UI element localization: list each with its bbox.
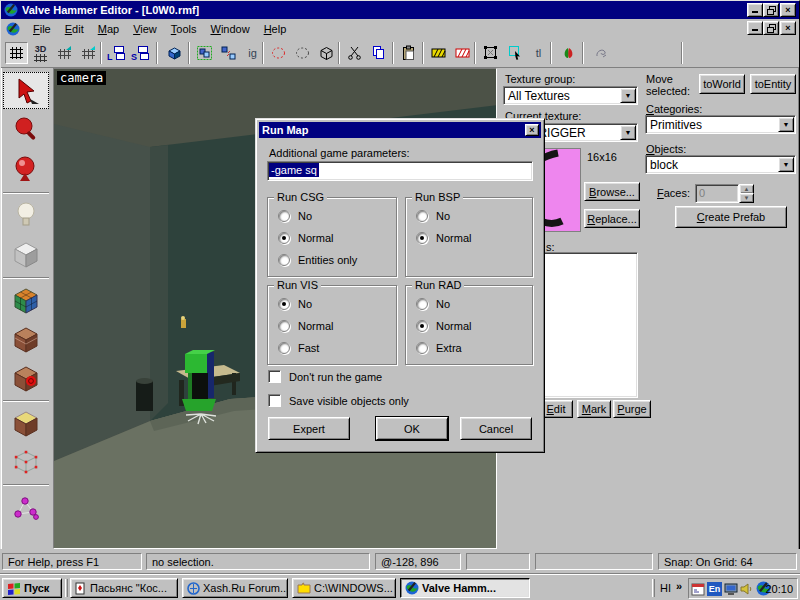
objects-value: block — [650, 158, 678, 172]
ok-button[interactable]: OK — [376, 417, 448, 440]
faces-spin-down-button[interactable]: ▼ — [739, 193, 754, 203]
chevron-down-icon[interactable]: ▼ — [778, 117, 794, 132]
apply-texture-tool-button[interactable] — [3, 320, 49, 357]
save-visible-checkbox[interactable] — [268, 394, 281, 407]
menu-window[interactable]: Window — [203, 21, 256, 37]
load-window-state-button[interactable]: L — [105, 42, 128, 64]
vis-normal-radio[interactable] — [278, 320, 290, 332]
bsp-normal-radio[interactable] — [416, 232, 428, 244]
menu-tools[interactable]: Tools — [164, 21, 204, 37]
apply-decals-tool-button[interactable] — [3, 359, 49, 396]
vertex-tool-button[interactable] — [3, 443, 49, 480]
task-explorer[interactable]: C:\WINDOWS... — [292, 578, 396, 598]
magnify-selection-button[interactable] — [503, 42, 526, 64]
selection-box-icon — [482, 45, 499, 61]
hide-unselected-button[interactable] — [291, 42, 314, 64]
objects-label: Objects: — [646, 143, 686, 155]
create-prefab-button[interactable]: Create Prefab — [675, 206, 787, 228]
hammer-globe-icon — [405, 581, 419, 595]
select-toggle-button[interactable] — [479, 42, 502, 64]
vis-no-radio[interactable] — [278, 298, 290, 310]
chevron-down-icon[interactable]: ▼ — [778, 157, 794, 172]
faces-value: 0 — [699, 187, 705, 199]
objects-combo[interactable]: block ▼ — [645, 155, 796, 174]
selection-tool-button[interactable] — [3, 72, 49, 109]
visgroup-mark-button[interactable]: Mark — [577, 400, 611, 418]
cancel-button[interactable]: Cancel — [460, 417, 532, 440]
task-hammer[interactable]: Valve Hamm... — [400, 578, 530, 598]
csg-normal-radio[interactable] — [278, 232, 290, 244]
keyboard-layout-indicator[interactable]: En — [707, 582, 722, 596]
internet-explorer-icon — [187, 582, 200, 595]
categories-combo[interactable]: Primitives ▼ — [645, 115, 796, 134]
larger-grid-button[interactable] — [77, 42, 100, 64]
camera-tool-button[interactable] — [3, 150, 49, 187]
dialog-close-button[interactable]: × — [525, 124, 539, 136]
magnify-tool-button[interactable] — [3, 111, 49, 148]
rad-normal-radio[interactable] — [416, 320, 428, 332]
cordon-state-button[interactable] — [427, 42, 450, 64]
group-button[interactable] — [193, 42, 216, 64]
minimize-button[interactable] — [747, 3, 763, 17]
dont-run-game-checkbox[interactable] — [268, 370, 281, 383]
texture-group-combo[interactable]: All Textures ▼ — [503, 86, 638, 105]
carve-button[interactable] — [163, 42, 186, 64]
close-button[interactable]: × — [780, 3, 796, 17]
run-commands-button[interactable] — [589, 42, 612, 64]
block-tool-button[interactable] — [3, 235, 49, 272]
ungroup-button[interactable] — [217, 42, 240, 64]
clipping-tool-button[interactable] — [3, 404, 49, 441]
texture-application-tool-button[interactable] — [3, 281, 49, 318]
menu-help[interactable]: Help — [257, 21, 294, 37]
mdi-restore-button[interactable] — [763, 21, 779, 35]
replace-button[interactable]: Replace... — [584, 209, 640, 228]
ignore-groups-button[interactable]: ig — [241, 42, 264, 64]
paste-button[interactable] — [397, 42, 420, 64]
tray-clock[interactable]: 20:10 — [765, 583, 793, 595]
browse-button[interactable]: Browse... — [584, 182, 640, 201]
edit-cordon-button[interactable] — [451, 42, 474, 64]
menu-view[interactable]: View — [126, 21, 164, 37]
toolbar-separator — [681, 42, 683, 64]
rad-extra-radio[interactable] — [416, 342, 428, 354]
texture-lock-button[interactable]: tl — [527, 42, 550, 64]
params-input[interactable]: -game sq — [267, 161, 533, 181]
menu-edit[interactable]: Edit — [58, 21, 91, 37]
hide-selected-button[interactable] — [267, 42, 290, 64]
toggle-grid-button[interactable] — [5, 42, 28, 64]
path-tool-button[interactable] — [3, 488, 49, 525]
vis-fast-radio[interactable] — [278, 342, 290, 354]
cut-button[interactable] — [343, 42, 366, 64]
mdi-close-button[interactable]: × — [780, 21, 796, 35]
volume-icon[interactable] — [740, 582, 754, 596]
copy-icon — [370, 45, 387, 61]
expert-button[interactable]: Expert — [268, 417, 350, 440]
bsp-no-radio[interactable] — [416, 210, 428, 222]
chevron-down-icon[interactable]: ▼ — [620, 88, 636, 103]
csg-no-radio[interactable] — [278, 210, 290, 222]
chevron-down-icon[interactable]: ▼ — [620, 125, 636, 140]
task-solitaire[interactable]: Пасьянс "Кос... — [70, 578, 178, 598]
visgroup-purge-button[interactable]: Purge — [613, 400, 651, 418]
csg-entities-radio[interactable] — [278, 254, 290, 266]
document-hammer-icon — [6, 22, 20, 36]
show-all-button[interactable] — [315, 42, 338, 64]
main-toolbar: 3D L S ig tl — [1, 38, 799, 68]
menu-file[interactable]: File — [26, 21, 58, 37]
entity-tool-button[interactable] — [3, 196, 49, 233]
restore-button[interactable] — [763, 3, 779, 17]
band-chevron-icon[interactable]: » — [676, 580, 682, 592]
leak-display-button[interactable] — [557, 42, 580, 64]
faces-input[interactable]: 0 — [695, 184, 739, 203]
save-window-state-button[interactable]: S — [129, 42, 152, 64]
toggle-3d-grid-button[interactable]: 3D — [29, 42, 52, 64]
smaller-grid-button[interactable] — [53, 42, 76, 64]
rad-no-radio[interactable] — [416, 298, 428, 310]
to-entity-button[interactable]: toEntity — [750, 74, 796, 94]
menu-map[interactable]: Map — [91, 21, 126, 37]
start-button[interactable]: Пуск — [2, 578, 62, 598]
task-browser[interactable]: Xash.Ru Forum... — [182, 578, 288, 598]
to-world-button[interactable]: toWorld — [699, 74, 745, 94]
mdi-minimize-button[interactable] — [747, 21, 763, 35]
copy-button[interactable] — [367, 42, 390, 64]
